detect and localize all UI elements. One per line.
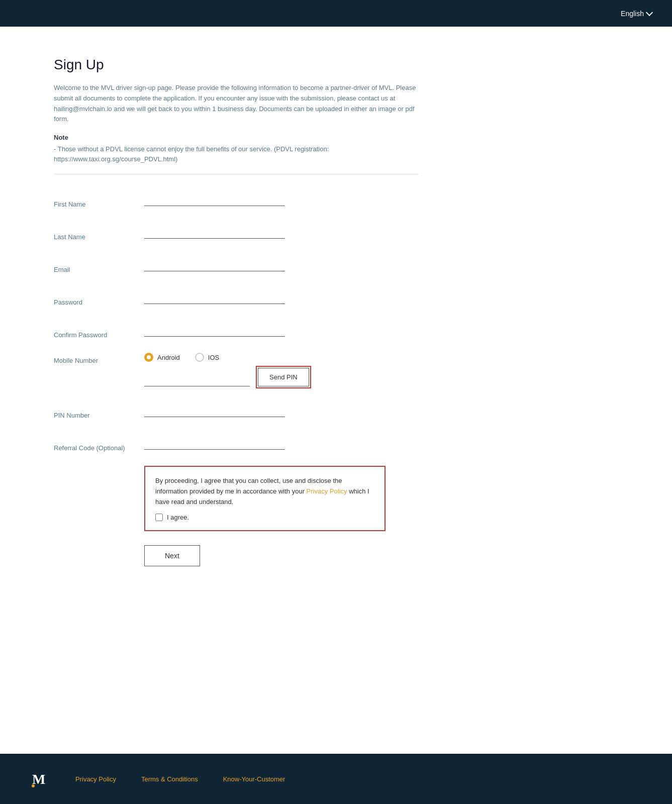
language-label: English bbox=[621, 10, 644, 18]
email-label: Email bbox=[54, 255, 144, 273]
referral-code-input[interactable] bbox=[144, 433, 285, 450]
referral-code-input-wrapper bbox=[144, 433, 285, 450]
password-input-wrapper bbox=[144, 287, 285, 304]
agree-checkbox[interactable] bbox=[155, 514, 163, 521]
pin-number-input-wrapper bbox=[144, 400, 285, 417]
ios-label: IOS bbox=[208, 354, 219, 361]
mvl-logo: M bbox=[30, 769, 50, 789]
email-input[interactable] bbox=[144, 255, 285, 271]
navbar: English bbox=[0, 0, 672, 27]
first-name-label: First Name bbox=[54, 189, 144, 208]
divider bbox=[54, 174, 419, 174]
footer-kyc-link[interactable]: Know-Your-Customer bbox=[223, 775, 285, 783]
ios-radio-circle bbox=[195, 353, 204, 362]
mobile-number-label: Mobile Number bbox=[54, 353, 144, 364]
main-content: Sign Up Welcome to the MVL driver sign-u… bbox=[0, 27, 472, 754]
last-name-row: Last Name bbox=[54, 222, 419, 241]
confirm-password-row: Confirm Password bbox=[54, 320, 419, 339]
footer-terms-conditions-link[interactable]: Terms & Conditions bbox=[141, 775, 198, 783]
next-button[interactable]: Next bbox=[144, 545, 200, 566]
email-input-wrapper bbox=[144, 255, 285, 271]
svg-text:M: M bbox=[32, 771, 45, 787]
pin-number-row: PIN Number bbox=[54, 400, 419, 419]
android-radio-circle bbox=[144, 353, 153, 362]
android-label: Android bbox=[157, 354, 180, 361]
page-title: Sign Up bbox=[54, 57, 419, 73]
android-radio[interactable]: Android bbox=[144, 353, 180, 362]
confirm-password-input[interactable] bbox=[144, 320, 285, 337]
last-name-label: Last Name bbox=[54, 222, 144, 241]
footer-privacy-policy-link[interactable]: Privacy Policy bbox=[75, 775, 116, 783]
chevron-down-icon bbox=[646, 9, 653, 16]
privacy-policy-link[interactable]: Privacy Policy bbox=[307, 487, 347, 495]
note-text: - Those without a PDVL license cannot en… bbox=[54, 144, 419, 164]
first-name-row: First Name bbox=[54, 189, 419, 208]
mobile-number-row: Mobile Number Android IOS Send PIN bbox=[54, 353, 419, 386]
footer: M Privacy Policy Terms & Conditions Know… bbox=[0, 754, 672, 804]
agree-label: I agree. bbox=[167, 514, 189, 521]
confirm-password-label: Confirm Password bbox=[54, 320, 144, 339]
referral-code-row: Referral Code (Optional) bbox=[54, 433, 419, 452]
note-section: Note - Those without a PDVL license cann… bbox=[54, 134, 419, 164]
agreement-text: By proceeding, I agree that you can coll… bbox=[155, 476, 374, 507]
note-label: Note bbox=[54, 134, 419, 141]
pin-number-label: PIN Number bbox=[54, 400, 144, 419]
next-button-wrapper: Next bbox=[144, 545, 419, 566]
mobile-input-section: Android IOS Send PIN bbox=[144, 353, 419, 386]
intro-text: Welcome to the MVL driver sign-up page. … bbox=[54, 83, 419, 125]
referral-code-label: Referral Code (Optional) bbox=[54, 433, 144, 452]
os-radio-group: Android IOS bbox=[144, 353, 419, 362]
agreement-box: By proceeding, I agree that you can coll… bbox=[144, 466, 386, 531]
agree-checkbox-row: I agree. bbox=[155, 514, 374, 521]
password-label: Password bbox=[54, 287, 144, 306]
last-name-input[interactable] bbox=[144, 222, 285, 239]
password-input[interactable] bbox=[144, 287, 285, 304]
email-row: Email bbox=[54, 255, 419, 273]
pin-number-input[interactable] bbox=[144, 400, 285, 417]
mobile-number-input[interactable] bbox=[144, 370, 250, 386]
language-selector[interactable]: English bbox=[621, 10, 652, 18]
ios-radio[interactable]: IOS bbox=[195, 353, 219, 362]
first-name-input-wrapper bbox=[144, 189, 285, 206]
send-pin-button[interactable]: Send PIN bbox=[258, 368, 309, 386]
last-name-input-wrapper bbox=[144, 222, 285, 239]
mobile-input-row: Send PIN bbox=[144, 368, 419, 386]
first-name-input[interactable] bbox=[144, 189, 285, 206]
confirm-password-input-wrapper bbox=[144, 320, 285, 337]
password-row: Password bbox=[54, 287, 419, 306]
svg-point-1 bbox=[32, 784, 35, 787]
